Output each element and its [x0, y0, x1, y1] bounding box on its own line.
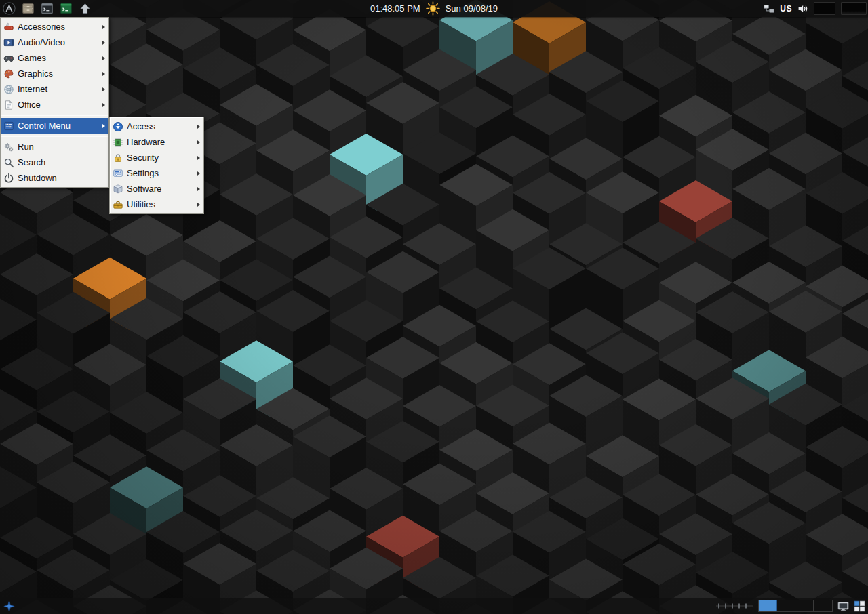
menu-item-label: Office: [18, 100, 100, 110]
office-icon: [3, 100, 14, 110]
menu-item-label: Internet: [18, 84, 100, 94]
submenu-arrow-icon: [197, 171, 200, 176]
top-panel: 01:48:05 PM Sun 09/08/19 US: [0, 0, 868, 17]
audio-video-icon: [3, 37, 14, 48]
workspace-3[interactable]: [795, 600, 814, 611]
menu-item-label: Access: [127, 121, 195, 131]
access-icon: [113, 121, 123, 132]
keyboard-layout-indicator[interactable]: US: [780, 4, 792, 14]
menu-item-label: Hardware: [127, 137, 195, 147]
applications-menu: AccessoriesAudio/VideoGamesGraphicsInter…: [0, 17, 109, 188]
hardware-icon: [113, 137, 123, 148]
menu-separator: [1, 115, 108, 116]
menu-item-search[interactable]: Search: [1, 155, 108, 170]
menu-item-internet[interactable]: Internet: [1, 81, 108, 97]
menu-item-shutdown[interactable]: Shutdown: [1, 170, 108, 186]
utilities-icon: [113, 199, 123, 210]
menu-item-label: Utilities: [127, 199, 195, 209]
submenu-arrow-icon: [102, 25, 105, 29]
menu-item-graphics[interactable]: Graphics: [1, 66, 108, 81]
submenu-arrow-icon: [102, 103, 105, 107]
menu-item-label: Games: [18, 53, 100, 63]
submenu-arrow-icon: [102, 124, 105, 128]
control-menu-icon: [3, 121, 14, 131]
menu-item-accessories[interactable]: Accessories: [1, 19, 108, 35]
workspace-1[interactable]: [759, 600, 777, 611]
menu-item-office[interactable]: Office: [1, 97, 108, 112]
bottom-left-group: [0, 598, 15, 614]
submenu-arrow-icon: [102, 41, 105, 45]
submenu-arrow-icon: [197, 203, 200, 207]
menu-separator: [1, 136, 108, 137]
submenu-arrow-icon: [102, 72, 105, 76]
games-icon: [3, 53, 14, 64]
up-arrow-icon[interactable]: [79, 2, 92, 15]
menu-item-label: Audio/Video: [18, 37, 100, 47]
file-manager-icon[interactable]: [22, 2, 35, 15]
settings-icon: [113, 168, 123, 179]
submenu-arrow-icon: [197, 140, 200, 144]
system-monitor-2: [841, 2, 867, 15]
software-icon: [113, 184, 123, 195]
menu-item-label: Settings: [127, 168, 195, 178]
menu-item-settings[interactable]: Settings: [110, 165, 203, 181]
menu-item-hardware[interactable]: Hardware: [110, 134, 203, 150]
menu-item-label: Search: [18, 157, 105, 167]
system-monitor-1: [814, 2, 835, 15]
panel-slider[interactable]: [715, 600, 753, 611]
internet-icon: [3, 84, 14, 95]
menu-item-label: Control Menu: [18, 121, 100, 131]
menu-item-run[interactable]: Run: [1, 139, 108, 155]
green-terminal-icon[interactable]: [60, 2, 73, 15]
menu-item-utilities[interactable]: Utilities: [110, 197, 203, 212]
menu-item-access[interactable]: Access: [110, 119, 203, 134]
submenu-arrow-icon: [197, 187, 200, 191]
clock-group: 01:48:05 PM Sun 09/08/19: [370, 0, 498, 17]
workspace-4[interactable]: [814, 600, 832, 611]
network-icon[interactable]: [764, 3, 774, 14]
weather-sun-icon: [426, 1, 440, 16]
system-tray: US: [764, 0, 868, 17]
bottom-panel: [0, 598, 868, 614]
shutdown-icon: [3, 173, 14, 184]
app-menu-logo-icon[interactable]: [3, 2, 16, 15]
monitor-icon[interactable]: [837, 600, 849, 612]
menu-item-security[interactable]: Security: [110, 150, 203, 165]
submenu-arrow-icon: [102, 87, 105, 91]
terminal-icon[interactable]: [41, 2, 54, 15]
menu-item-games[interactable]: Games: [1, 50, 108, 66]
submenu-arrow-icon: [197, 156, 200, 160]
menu-item-label: Shutdown: [18, 173, 105, 183]
clock-time: 01:48:05 PM: [370, 3, 420, 14]
volume-icon[interactable]: [797, 3, 808, 14]
bottom-right-group: [715, 598, 868, 614]
accessories-icon: [3, 22, 14, 33]
workspace-pager: [758, 600, 833, 612]
menu-item-label: Security: [127, 152, 195, 163]
menu-item-label: Software: [127, 184, 195, 194]
menu-item-control-menu[interactable]: Control Menu: [1, 118, 108, 134]
menu-item-label: Graphics: [18, 68, 100, 79]
graphics-icon: [3, 68, 14, 79]
menu-item-label: Run: [18, 142, 105, 152]
submenu-arrow-icon: [197, 125, 200, 129]
clock-date: Sun 09/08/19: [446, 3, 498, 14]
workspace-2[interactable]: [777, 600, 795, 611]
security-icon: [113, 152, 123, 163]
menu-item-label: Accessories: [18, 22, 100, 32]
run-icon: [3, 142, 14, 152]
control-menu-submenu: AccessHardwareSecuritySettingsSoftwareUt…: [109, 117, 204, 214]
launcher-bar: [0, 0, 92, 17]
menu-item-audio-video[interactable]: Audio/Video: [1, 35, 108, 50]
desktop-wallpaper: [0, 0, 868, 614]
search-icon: [3, 157, 14, 168]
desktop-launcher-icon[interactable]: [3, 600, 15, 612]
layout-grid-icon[interactable]: [854, 600, 865, 612]
menu-item-software[interactable]: Software: [110, 181, 203, 197]
submenu-arrow-icon: [102, 56, 105, 60]
